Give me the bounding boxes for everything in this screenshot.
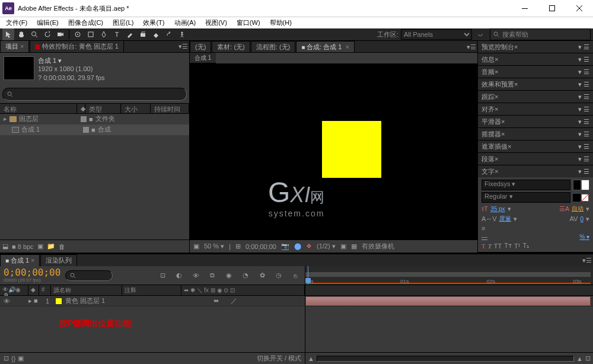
draft3d-icon[interactable]: ◐ [173, 270, 185, 282]
viewer-time[interactable]: 0;00;00;00 [246, 243, 276, 250]
panel-info[interactable]: 信息×▾ ☰ [478, 53, 593, 65]
faux-italic-button[interactable]: T [488, 242, 492, 250]
timeline-tab-comp[interactable]: ■ 合成 1× [0, 254, 40, 266]
comp-mini-flowchart-icon[interactable]: ⊡ [157, 270, 168, 282]
delete-icon[interactable]: 🗑 [59, 243, 65, 250]
rotate-tool[interactable] [42, 28, 53, 40]
tab-effect-controls[interactable]: 特效控制台: 黄色 固态层 1 [30, 40, 123, 52]
panel-menu-icon[interactable]: ▾☰ [581, 254, 593, 266]
panel-tracker[interactable]: 跟踪×▾ ☰ [478, 91, 593, 103]
no-fill-icon[interactable] [573, 194, 581, 202]
interpret-footage-icon[interactable]: ⬓ [2, 242, 8, 250]
resolution-dropdown[interactable]: (1/2) ▾ [317, 242, 336, 250]
viewer-comp-tab[interactable]: 合成 1 [190, 53, 216, 63]
maximize-button[interactable] [538, 0, 566, 17]
help-search-input[interactable]: 搜索帮助 [490, 28, 591, 40]
panel-preview[interactable]: 预览控制台×▾ ☰ [478, 41, 593, 53]
font-size-value[interactable]: 35 px [490, 206, 505, 212]
frameblend-icon[interactable]: ⧉ [206, 270, 218, 282]
col-name[interactable]: 名称 [0, 104, 77, 113]
menu-layer[interactable]: 图层(L) [109, 17, 137, 28]
viewer-grid-icon[interactable]: ⊞ [235, 242, 241, 250]
tracking-value[interactable]: 0 [580, 216, 584, 222]
rgb-icon[interactable]: ❖ [306, 242, 312, 250]
comp-viewer[interactable]: GXI网 system.com [190, 63, 477, 240]
shape-tool[interactable] [85, 28, 97, 40]
layer-bar-1[interactable] [305, 296, 593, 306]
kerning-value[interactable]: 度量 [499, 215, 511, 223]
menu-help[interactable]: 帮助(H) [266, 17, 295, 28]
panel-menu-icon[interactable]: ▾☰ [466, 41, 477, 53]
col-type[interactable]: 类型 [85, 104, 121, 113]
toggle-graph-icon[interactable]: {} [11, 355, 15, 362]
col-comment[interactable]: 注释 [122, 285, 181, 295]
close-button[interactable] [566, 0, 593, 17]
snapshot-icon[interactable]: 📷 [281, 242, 289, 250]
project-row-comp[interactable]: 合成 1 ■ 合成 [0, 124, 189, 135]
zoom-dropdown[interactable]: 50 % ▾ [204, 242, 224, 250]
transparency-icon[interactable]: ▦ [351, 242, 357, 250]
camera-tool[interactable] [55, 28, 66, 40]
hand-tool[interactable] [15, 28, 27, 40]
no-stroke-icon[interactable] [581, 194, 589, 202]
timeline-zoom-slider[interactable] [317, 356, 574, 362]
auto-keyframe-icon[interactable]: ◷ [273, 270, 285, 282]
current-timecode[interactable]: 0;00;00;00 [4, 267, 60, 278]
fill-color-swatch[interactable] [573, 180, 581, 190]
font-style-dropdown[interactable]: Regular ▾ [482, 192, 570, 203]
selection-tool[interactable] [2, 28, 14, 40]
motionblur-icon[interactable]: ◉ [223, 270, 235, 282]
camera-dropdown[interactable]: 有效摄像机 [362, 242, 394, 251]
col-label[interactable]: ◆ [77, 104, 85, 113]
menu-file[interactable]: 文件(F) [2, 17, 31, 28]
switch-icon[interactable]: ⎋ [289, 270, 301, 282]
minimize-button[interactable] [511, 0, 538, 17]
pen-tool[interactable] [98, 28, 110, 40]
workspace-dropdown[interactable]: All Panels [401, 29, 472, 40]
pan-behind-tool[interactable] [72, 28, 84, 40]
graph-editor-icon[interactable]: ◔ [240, 270, 251, 282]
menu-composition[interactable]: 图像合成(C) [65, 17, 107, 28]
all-caps-button[interactable]: TT [494, 242, 502, 250]
menu-window[interactable]: 窗口(W) [233, 17, 264, 28]
panel-audio[interactable]: 音频×▾ ☰ [478, 66, 593, 78]
subscript-button[interactable]: T₁ [522, 242, 529, 250]
new-comp-icon[interactable]: ▣ [37, 242, 43, 250]
roto-tool[interactable] [163, 28, 175, 40]
superscript-button[interactable]: T¹ [514, 242, 520, 250]
brush-tool[interactable] [124, 28, 136, 40]
tab-comp-active[interactable]: ■ 合成: 合成 1 × [296, 41, 355, 52]
col-source-name[interactable]: 源名称 [51, 285, 122, 295]
panel-align[interactable]: 对齐×▾ ☰ [478, 103, 593, 115]
bpc-button[interactable]: ■ 8 bpc [12, 243, 34, 250]
tab-layer-none[interactable]: (无) [190, 41, 211, 52]
time-ruler[interactable]: 0s 01s 02s 03s [305, 266, 593, 285]
text-scale-v[interactable]: — [482, 234, 487, 240]
font-family-dropdown[interactable]: Fixedsys ▾ [482, 180, 570, 190]
panel-wiggler[interactable]: 摇摆器×▾ ☰ [478, 128, 593, 140]
shy-icon[interactable]: 👁 [190, 270, 202, 282]
col-duration[interactable]: 持续时间 [151, 104, 189, 113]
tab-footage-none[interactable]: 素材: (无) [212, 41, 250, 52]
eraser-tool[interactable] [150, 28, 162, 40]
toggle-modes-button[interactable]: 切换开关 / 模式 [257, 354, 301, 363]
zoom-in-icon[interactable]: ▲ [576, 355, 583, 362]
channel-icon[interactable]: ⬤ [294, 242, 301, 250]
panel-character[interactable]: 文字×▾ ☰ [478, 165, 593, 177]
panel-smoother[interactable]: 平滑器×▾ ☰ [478, 116, 593, 127]
menu-view[interactable]: 视图(V) [202, 17, 231, 28]
zoom-out-icon[interactable]: ▣ [193, 242, 199, 250]
panel-mask-interp[interactable]: 遮罩插值×▾ ☰ [478, 141, 593, 152]
zoom-out-icon[interactable]: ▲ [308, 355, 314, 362]
menu-animation[interactable]: 动画(A) [171, 17, 200, 28]
project-row-solids[interactable]: ▸ 固态层 ■ 文件夹 [0, 114, 189, 124]
timeline-layer-1[interactable]: 👁 ▸ ■ 1 黄色 固态层 1 ⬌ ／ [0, 296, 305, 306]
panel-effects-presets[interactable]: 效果和预置×▾ ☰ [478, 78, 593, 90]
zoom-tool[interactable] [28, 28, 40, 40]
small-caps-button[interactable]: Tᴛ [504, 242, 512, 250]
panel-menu-icon[interactable]: ▾☰ [177, 40, 189, 52]
text-tool[interactable]: T [111, 28, 123, 40]
workspace-refresh-icon[interactable] [474, 28, 486, 40]
project-search-input[interactable] [2, 88, 187, 101]
clone-tool[interactable] [137, 28, 149, 40]
